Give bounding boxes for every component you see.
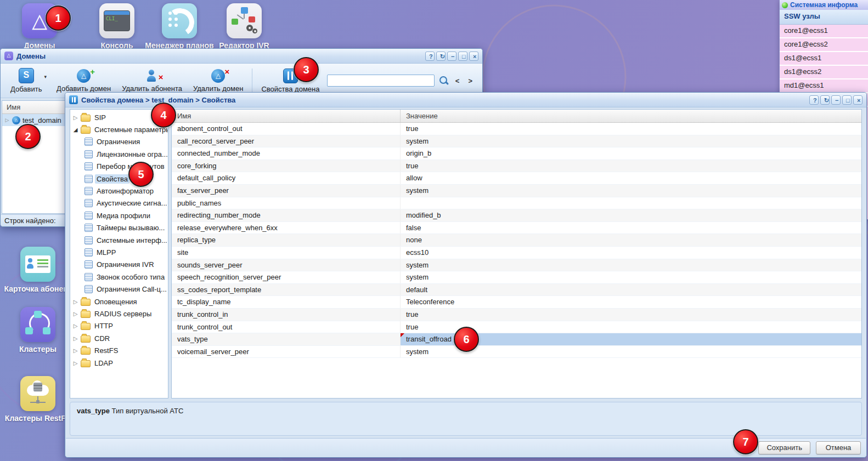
tree-item-acoustic-signals[interactable]: Акустические сигна... bbox=[70, 197, 168, 209]
chevron-right-icon[interactable]: ▷ bbox=[72, 360, 78, 366]
minimize-button[interactable]: − bbox=[831, 95, 841, 105]
table-row[interactable]: trunk_control_outtrue bbox=[172, 321, 861, 334]
domains-window-titlebar[interactable]: △ Домены ? ↻ − □ × bbox=[1, 49, 482, 64]
chevron-right-icon[interactable]: ▷ bbox=[72, 323, 78, 329]
table-row[interactable]: fax_server_peersystem bbox=[172, 185, 861, 197]
table-row[interactable]: public_names bbox=[172, 197, 861, 210]
tree-item-call-center-limits[interactable]: Ограничения Call-ц... bbox=[70, 283, 168, 295]
tree-item-restrictions[interactable]: Ограничения bbox=[70, 136, 168, 148]
ssw-nodes-header: SSW узлы bbox=[780, 10, 868, 25]
chevron-right-icon[interactable]: ▷ bbox=[72, 311, 78, 317]
clusters-restfs-app-icon[interactable] bbox=[20, 376, 55, 411]
tree-item-ivr-limits[interactable]: Ограничения IVR bbox=[70, 259, 168, 271]
tree-item-call-timers[interactable]: Таймеры вызываю... bbox=[70, 222, 168, 234]
ssw-node-row[interactable]: core1@ecss1 bbox=[780, 25, 868, 38]
chevron-right-icon[interactable]: ▷ bbox=[72, 115, 78, 121]
ssw-node-row[interactable]: ds1@ecss2 bbox=[780, 66, 868, 79]
console-app-icon[interactable]: CLI_ bbox=[99, 3, 134, 38]
app-label-clusters-restfs: Кластеры RestFS bbox=[5, 414, 71, 423]
annotation-1: 1 bbox=[46, 5, 71, 31]
numbering-plan-app-icon[interactable] bbox=[162, 3, 197, 38]
cross-badge-icon: × bbox=[224, 65, 229, 78]
tree-item-mlpp[interactable]: MLPP bbox=[70, 246, 168, 258]
column-header-value[interactable]: Значение bbox=[401, 110, 861, 122]
ssw-node-row[interactable]: md1@ecss1 bbox=[780, 79, 868, 93]
system-info-titlebar[interactable]: Системная информа bbox=[780, 0, 868, 10]
ivr-editor-app-icon[interactable] bbox=[227, 3, 262, 38]
folder-open-icon bbox=[81, 127, 91, 134]
table-row[interactable]: replica_typenone bbox=[172, 234, 861, 247]
properties-window-title: Свойства домена > test_domain > Свойства bbox=[81, 96, 809, 104]
ssw-node-row[interactable]: ds1@ecss1 bbox=[780, 52, 868, 66]
chevron-right-icon[interactable]: ▷ bbox=[72, 348, 78, 354]
tree-item-system-interfaces[interactable]: Системные интерф... bbox=[70, 234, 168, 246]
cancel-button[interactable]: Отмена bbox=[816, 441, 861, 454]
subscriber-card-app-icon[interactable] bbox=[20, 247, 55, 282]
tree-item-notifications[interactable]: ▷Оповещения bbox=[70, 295, 168, 308]
chevron-down-icon[interactable]: ▾ bbox=[44, 74, 47, 79]
table-row[interactable]: tc_display_nameTeleconference bbox=[172, 296, 861, 309]
chevron-expanded-icon[interactable]: ◢ bbox=[72, 127, 78, 133]
clusters-app-icon[interactable] bbox=[20, 307, 55, 342]
help-button[interactable]: ? bbox=[809, 95, 819, 105]
prev-result-button[interactable]: < bbox=[453, 77, 462, 85]
tree-item-ldap[interactable]: ▷LDAP bbox=[70, 357, 168, 369]
table-row[interactable]: ss_codes_report_templatedefault bbox=[172, 284, 861, 297]
table-row[interactable]: call_record_server_peersystem bbox=[172, 135, 861, 148]
table-row[interactable]: siteecss10 bbox=[172, 247, 861, 259]
tree-item-http[interactable]: ▷HTTP bbox=[70, 320, 168, 332]
tree-item-cdr[interactable]: ▷CDR bbox=[70, 332, 168, 344]
minimize-button[interactable]: − bbox=[447, 52, 456, 61]
search-input[interactable] bbox=[327, 75, 435, 87]
maximize-button[interactable]: □ bbox=[458, 52, 467, 61]
search-icon[interactable] bbox=[439, 76, 449, 86]
folder-icon bbox=[81, 299, 91, 306]
delete-domain-button[interactable]: △× Удалить домен bbox=[188, 67, 249, 95]
table-row[interactable]: voicemail_server_peersystem bbox=[172, 346, 861, 358]
table-row[interactable]: release_everywhere_when_6xxfalse bbox=[172, 222, 861, 235]
table-row-vats-type-selected[interactable]: vats_type transit_offroad bbox=[172, 333, 861, 346]
annotation-6: 6 bbox=[454, 327, 479, 352]
table-row[interactable]: sounds_server_peersystem bbox=[172, 259, 861, 272]
delete-subscriber-button[interactable]: × Удалить абонента bbox=[116, 67, 188, 95]
app-subscriber-card[interactable]: Карточка абонент bbox=[3, 247, 73, 293]
app-clusters[interactable]: Кластеры bbox=[3, 307, 73, 354]
table-row[interactable]: trunk_control_intrue bbox=[172, 309, 861, 321]
save-button[interactable]: Сохранить bbox=[758, 441, 810, 454]
parameter-name: vats_type bbox=[77, 407, 110, 415]
add-button[interactable]: S Добавить bbox=[5, 66, 47, 95]
triangle-icon: △ bbox=[32, 4, 47, 37]
close-button[interactable]: × bbox=[853, 95, 863, 105]
chevron-right-icon[interactable]: ▷ bbox=[72, 299, 78, 305]
table-row[interactable]: redirecting_number_modemodified_b bbox=[172, 209, 861, 222]
table-row[interactable]: abonent_control_outtrue bbox=[172, 123, 861, 135]
add-domain-button[interactable]: △+ Добавить домен bbox=[51, 67, 116, 95]
chevron-right-icon[interactable]: ▷ bbox=[4, 117, 10, 123]
chevron-right-icon[interactable]: ▷ bbox=[72, 335, 78, 342]
close-button[interactable]: × bbox=[469, 52, 478, 61]
properties-window-titlebar[interactable]: Свойства домена > test_domain > Свойства… bbox=[65, 93, 866, 107]
column-header-name[interactable]: Имя bbox=[172, 110, 401, 122]
system-info-title: Системная информа bbox=[790, 1, 858, 9]
app-clusters-restfs[interactable]: Кластеры RestFS bbox=[3, 376, 73, 423]
refresh-button[interactable]: ↻ bbox=[436, 52, 446, 61]
refresh-button[interactable]: ↻ bbox=[820, 95, 830, 105]
tree-item-restfs[interactable]: ▷RestFS bbox=[70, 344, 168, 356]
table-row[interactable]: connected_number_modeorigin_b bbox=[172, 147, 861, 160]
cluster-node-icon bbox=[25, 327, 33, 334]
help-button[interactable]: ? bbox=[425, 52, 435, 61]
tree-item-media-profiles[interactable]: Медиа профили bbox=[70, 209, 168, 221]
tree-item-special-ring[interactable]: Звонок особого типа bbox=[70, 271, 168, 283]
table-row[interactable]: core_forkingtrue bbox=[172, 160, 861, 173]
tree-item-license-limits[interactable]: Лицензионные огра... bbox=[70, 148, 168, 160]
app-console[interactable]: CLI_ Консоль bbox=[87, 3, 147, 50]
tree-item-radius-servers[interactable]: ▷RADIUS серверы bbox=[70, 308, 168, 320]
tree-item-system-params[interactable]: ◢Системные параметры bbox=[70, 123, 168, 135]
maximize-button[interactable]: □ bbox=[842, 95, 852, 105]
tree-item-autoinformer[interactable]: Автоинформатор bbox=[70, 185, 168, 197]
folder-icon bbox=[81, 335, 91, 343]
table-row[interactable]: default_call_policyallow bbox=[172, 172, 861, 185]
table-row[interactable]: speech_recognition_server_peersystem bbox=[172, 271, 861, 284]
ssw-node-row[interactable]: core1@ecss2 bbox=[780, 38, 868, 52]
next-result-button[interactable]: > bbox=[466, 77, 475, 85]
